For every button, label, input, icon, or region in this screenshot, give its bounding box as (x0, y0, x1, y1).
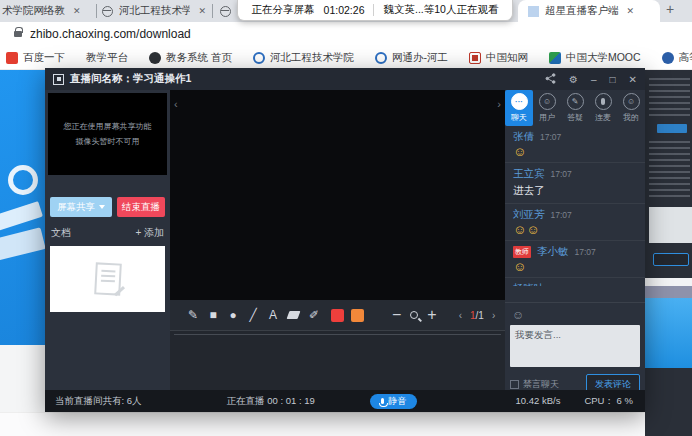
rectangle-tool-icon[interactable]: ■ (203, 308, 223, 322)
window-titlebar-partial (645, 286, 692, 298)
tab-chaoxing-live[interactable]: 超星直播客户端 ✕ (518, 0, 660, 22)
new-tab-button[interactable]: + (666, 1, 674, 17)
bookmark-jiaowu[interactable]: 教务系统 首页 (149, 51, 232, 65)
document-thumbnail[interactable] (50, 246, 165, 312)
bookmark-hep-press[interactable]: 高等教育出版社产... (662, 51, 692, 65)
collapse-right-icon[interactable]: › (497, 98, 501, 110)
message-time: 17:07 (551, 210, 572, 220)
screen-share-bar: 正在分享屏幕 01:02:26 魏文英...等10人正在观看 (237, 0, 513, 21)
line-tool-icon[interactable]: ╱ (243, 308, 263, 322)
screen: 术学院网络教 ✕ 河北工程技术学院 ✕ 超星直播客户端 ✕ + 正在分享屏幕 0… (0, 0, 692, 436)
message-list[interactable]: 张倩17:07 ☺ 王立宾17:07 进去了 刘亚芳17:07 ☺☺ 教师李小敏… (505, 126, 645, 286)
bitrate-value: 10.42 kB/s (516, 395, 561, 408)
share-canvas[interactable]: ‹ › ✎ ■ ● ╱ A ✐ − + ‹ 1/1 (170, 90, 505, 390)
minimize-button[interactable]: – (591, 74, 597, 85)
tab-network-platform[interactable]: 术学院网络教 ✕ (2, 0, 94, 22)
pencil-icon: ✎ (567, 93, 584, 110)
page-indicator: 1/1 (470, 310, 484, 321)
tab-chat[interactable]: ··· 聊天 (505, 90, 533, 126)
decor-laptop-base (0, 227, 45, 264)
chat-bubble-icon: ··· (511, 93, 528, 110)
pen-tool-icon[interactable]: ✎ (183, 308, 203, 322)
tab-college[interactable]: 河北工程技术学院 ✕ (102, 0, 206, 22)
tab-separator (212, 4, 213, 18)
message-text: ☺ (513, 262, 637, 272)
brush-tool-icon[interactable]: ✐ (304, 308, 324, 322)
zoom-out-icon[interactable]: − (392, 306, 401, 324)
screen-share-button[interactable]: 屏幕共享 (50, 197, 112, 217)
message-time: 17:07 (575, 247, 596, 257)
url-text[interactable]: zhibo.chaoxing.com/download (30, 27, 191, 41)
ellipse-tool-icon[interactable]: ● (223, 308, 243, 322)
app-favicon-icon (528, 6, 539, 17)
zoom-in-icon[interactable]: + (427, 306, 436, 324)
bookmark-hebei-college[interactable]: 河北工程技术学院 (253, 51, 354, 65)
settings-gear-icon[interactable]: ⚙ (569, 74, 578, 85)
comment-input[interactable] (510, 325, 640, 367)
room-title: 直播间名称：学习通操作1 (70, 72, 191, 86)
eraser-tool-icon[interactable] (287, 311, 301, 319)
app-icon (53, 74, 64, 85)
sender-name[interactable]: 李小敏 (537, 245, 569, 259)
app-titlebar[interactable]: 直播间名称：学习通操作1 ⚙ – □ ✕ (45, 68, 645, 90)
share-network-icon[interactable] (545, 73, 556, 86)
webpage-background-left (0, 70, 45, 345)
mute-button[interactable]: 静音 (370, 394, 418, 409)
chat-message: 刘亚芳17:07 ☺☺ (505, 204, 645, 241)
chevron-down-icon (99, 205, 105, 209)
address-bar[interactable]: zhibo.chaoxing.com/download (0, 22, 692, 46)
canvas-lower-strip (170, 330, 505, 390)
tab-separator (96, 4, 97, 18)
share-viewers: 魏文英...等10人正在观看 (383, 3, 498, 17)
close-icon[interactable]: ✕ (627, 6, 635, 16)
sender-name[interactable]: 刘亚芳 (513, 208, 545, 222)
bookmarks-bar: 百度一下 教学平台 教务系统 首页 河北工程技术学院 网通办-河工 中国知网 中… (0, 46, 692, 70)
maximize-button[interactable]: □ (610, 74, 616, 85)
message-text: ☺☺ (513, 225, 637, 235)
lock-icon (14, 31, 22, 37)
bookmark-baidu[interactable]: 百度一下 (6, 51, 65, 65)
text-tool-icon[interactable]: A (263, 308, 283, 322)
color-swatch-red[interactable] (331, 309, 344, 322)
preview-message-line2: 摄像头暂时不可用 (76, 136, 140, 147)
sender-name[interactable]: 张倩 (513, 130, 534, 144)
close-icon[interactable]: ✕ (73, 6, 81, 16)
tab-hidden[interactable] (220, 0, 236, 22)
color-swatch-orange[interactable] (351, 309, 364, 322)
collapse-left-icon[interactable]: ‹ (174, 98, 178, 110)
end-stream-button[interactable]: 结束直播 (117, 197, 165, 217)
tab-qa[interactable]: ✎ 答疑 (561, 90, 589, 126)
tab-users[interactable]: ☺ 用户 (533, 90, 561, 126)
share-status: 正在分享屏幕 (252, 3, 315, 17)
wangtongban-icon (375, 52, 387, 64)
chat-panel: ··· 聊天 ☺ 用户 ✎ 答疑 连麦 ☺ 我的 (505, 90, 645, 390)
bookmark-teaching-platform[interactable]: 教学平台 (86, 51, 128, 65)
baidu-icon (6, 52, 18, 64)
users-icon: ☺ (539, 93, 556, 110)
viewer-count: 当前直播间共有: 6人 (55, 395, 142, 408)
message-text: ☺ (513, 147, 637, 157)
magnifier-icon[interactable] (410, 311, 418, 319)
window-edge (645, 278, 692, 286)
prev-page-icon[interactable]: ‹ (459, 310, 462, 321)
sender-name[interactable]: 王立宾 (513, 167, 545, 181)
add-document-button[interactable]: + 添加 (135, 226, 164, 240)
chat-message: 教师李小敏17:07 ☺ (505, 241, 645, 278)
tab-label: 超星直播客户端 (545, 4, 619, 18)
bookmark-mooc[interactable]: 中国大学MOOC (549, 51, 641, 65)
teacher-badge: 教师 (513, 246, 531, 258)
emoji-picker-icon[interactable]: ☺ (512, 308, 524, 322)
close-icon[interactable]: ✕ (198, 6, 206, 16)
mute-chat-checkbox[interactable] (510, 380, 519, 389)
microphone-icon (381, 398, 385, 404)
tab-mic-connect[interactable]: 连麦 (589, 90, 617, 126)
sender-name[interactable]: 杨晓叶 (513, 282, 545, 286)
bookmark-cnki[interactable]: 中国知网 (469, 51, 528, 65)
tab-mine[interactable]: ☺ 我的 (617, 90, 645, 126)
chat-message: 杨晓叶17:07 来了 (505, 278, 645, 286)
close-button[interactable]: ✕ (629, 74, 637, 85)
documents-label: 文档 (51, 226, 71, 240)
bookmark-wangtongban[interactable]: 网通办-河工 (375, 51, 448, 65)
mooc-icon (549, 52, 561, 64)
next-page-icon[interactable]: › (492, 310, 495, 321)
